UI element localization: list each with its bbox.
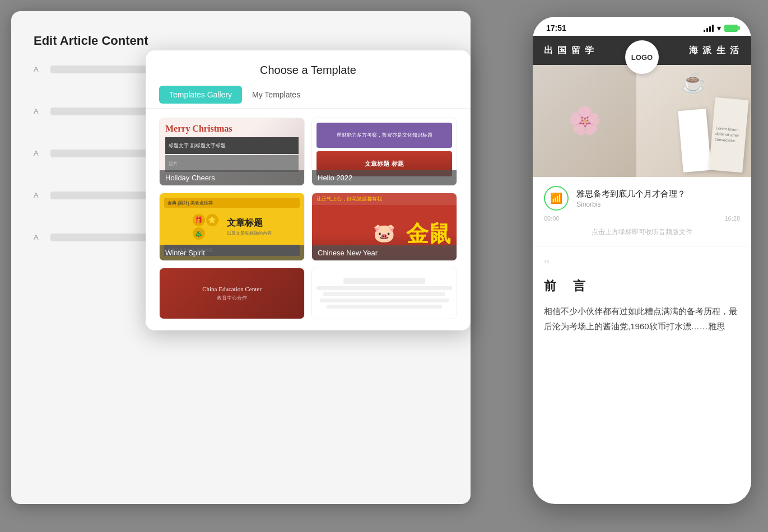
template-card-article[interactable] xyxy=(311,268,457,319)
signal-bar-3 xyxy=(709,26,711,32)
template-card-holiday-cheers[interactable]: Merry Christmas 标题文字 副标题文字标题 照片 Holiday … xyxy=(159,118,305,186)
holiday-photo-sim: 照片 xyxy=(165,155,299,172)
editor-line-label: A xyxy=(34,107,45,115)
signal-bar-2 xyxy=(706,28,708,32)
signal-bar-1 xyxy=(704,30,705,32)
holiday-bar: 标题文字 副标题文字标题 xyxy=(165,137,299,154)
audio-info: 雅思备考到底几个月才合理？ Sinorbis xyxy=(576,189,740,208)
cny-top-bar: 让正气上心，好花发盛都有我 xyxy=(312,193,457,205)
holiday-text: Merry Christmas xyxy=(165,124,232,134)
audio-wave-icon: 📶 xyxy=(550,192,562,204)
books-sim: Lorem ipsum dolor sit amet consectetur xyxy=(681,99,746,171)
winter-icon: ⭐ xyxy=(206,214,218,226)
editor-line-label: A xyxy=(34,191,45,199)
hello-top: 理财能力多方考察，投资亦是文化知识标题 xyxy=(316,123,452,148)
phone-quote-section: " 前 言 相信不少小伙伴都有过如此糟点满满的备考历程，最后沦为考场上的酱油党,… xyxy=(533,246,751,339)
editor-line-label: A xyxy=(34,65,45,73)
article-top-bar xyxy=(343,278,425,284)
cny-char: 金鼠 xyxy=(406,218,451,249)
book-text: Lorem ipsum dolor sit amet consectetur xyxy=(711,122,746,148)
winter-top-text: 金典 [国外] 美食点推荐 xyxy=(167,200,213,206)
phone-hero-image: 🌸 Lorem ipsum dolor sit amet consectetur… xyxy=(533,65,751,177)
audio-times: 00:00 16:28 xyxy=(544,215,740,222)
template-card-winter-spirit[interactable]: 金典 [国外] 美食点推荐 🎁 ⭐ 🎄 文章标题 以及文章副标题的内容 所属分类… xyxy=(159,193,305,261)
phone-mockup: 17:51 ▾ 出 国 留 学 LOGO 海 派 生 活 🌸 xyxy=(533,17,751,504)
phone-nav: 出 国 留 学 LOGO 海 派 生 活 xyxy=(533,36,751,65)
modal-title: Choose a Template xyxy=(146,50,471,86)
phone-audio-section: 📶 雅思备考到底几个月才合理？ Sinorbis 00:00 16:28 点击上… xyxy=(533,177,751,246)
winter-headline: 文章标题 xyxy=(227,217,272,229)
audio-play-button[interactable]: 📶 xyxy=(544,186,569,211)
red-sub: 教育中心合作 xyxy=(217,295,247,302)
wifi-icon: ▾ xyxy=(717,24,721,32)
winter-main: 🎁 ⭐ 🎄 文章标题 以及文章副标题的内容 xyxy=(193,211,272,242)
template-modal: Choose a Template Templates Gallery My T… xyxy=(146,50,471,330)
template-label-holiday: Holiday Cheers xyxy=(160,170,304,185)
signal-bar-4 xyxy=(712,25,714,32)
template-thumb-red: China Education Center 教育中心合作 xyxy=(160,268,304,319)
article-line xyxy=(316,286,452,290)
audio-title: 雅思备考到底几个月才合理？ xyxy=(576,189,740,199)
hero-left-flowers: 🌸 xyxy=(533,65,636,177)
phone-nav-logo: LOGO xyxy=(625,40,659,74)
cny-pig-icon: 🐷 xyxy=(373,222,395,244)
quote-mark-icon: " xyxy=(544,258,740,273)
editor-line-label: A xyxy=(34,149,45,157)
template-card-hello-2022[interactable]: 理财能力多方考察，投资亦是文化知识标题 文章标题 标题 Hello 2022 xyxy=(311,118,457,186)
quote-heading: 前 言 xyxy=(544,278,740,295)
template-card-chinese-new-year[interactable]: 让正气上心，好花发盛都有我 🐷 金鼠 Chinese New Year xyxy=(311,193,457,261)
tea-cup-icon: ☕ xyxy=(681,71,706,94)
winter-top-bar: 金典 [国外] 美食点推荐 xyxy=(164,198,300,208)
hero-image-sim: 🌸 Lorem ipsum dolor sit amet consectetur xyxy=(533,65,751,177)
article-line xyxy=(327,305,442,309)
battery-icon xyxy=(724,25,738,32)
winter-icons: 🎁 ⭐ 🎄 xyxy=(193,214,224,240)
audio-time-start: 00:00 xyxy=(544,215,560,222)
holiday-bar-text: 标题文字 副标题文字标题 xyxy=(169,142,226,150)
signal-icon xyxy=(704,24,714,32)
winter-sub: 以及文章副标题的内容 xyxy=(227,230,272,236)
tab-templates-gallery[interactable]: Templates Gallery xyxy=(159,86,242,104)
editor-line-label: A xyxy=(34,233,45,241)
article-line xyxy=(320,298,449,302)
holiday-photo-label: 照片 xyxy=(169,161,178,167)
winter-text: 文章标题 以及文章副标题的内容 xyxy=(227,217,272,236)
phone-time: 17:51 xyxy=(546,24,566,32)
article-line xyxy=(323,292,445,296)
editor-title: Edit Article Content xyxy=(34,34,448,48)
template-card-red[interactable]: China Education Center 教育中心合作 xyxy=(159,268,305,319)
book-right: Lorem ipsum dolor sit amet consectetur xyxy=(709,97,748,173)
book-left xyxy=(678,109,711,172)
quote-body: 相信不少小伙伴都有过如此糟点满满的备考历程，最后沦为考场上的酱油党,1960软币… xyxy=(544,304,740,334)
phone-status-right: ▾ xyxy=(704,24,738,32)
audio-row: 📶 雅思备考到底几个月才合理？ Sinorbis xyxy=(544,186,740,211)
audio-time-end: 16:28 xyxy=(724,215,740,222)
modal-tabs: Templates Gallery My Templates xyxy=(146,86,471,109)
winter-icon: 🎁 xyxy=(193,214,205,226)
phone-status-bar: 17:51 ▾ xyxy=(533,17,751,36)
audio-hint: 点击上方绿标即可收听音频版文件 xyxy=(544,227,740,237)
template-label-hello: Hello 2022 xyxy=(312,170,457,185)
flower-icon: 🌸 xyxy=(568,105,602,137)
template-label-winter: Winter Spirit xyxy=(160,245,304,260)
red-text: China Education Center xyxy=(202,286,262,292)
template-label-cny: Chinese New Year xyxy=(312,245,457,260)
audio-subtitle: Sinorbis xyxy=(576,200,740,208)
tab-my-templates[interactable]: My Templates xyxy=(242,86,310,104)
winter-icon: 🎄 xyxy=(193,227,205,240)
template-grid: Merry Christmas 标题文字 副标题文字标题 照片 Holiday … xyxy=(146,118,471,319)
template-thumb-article xyxy=(312,268,457,319)
